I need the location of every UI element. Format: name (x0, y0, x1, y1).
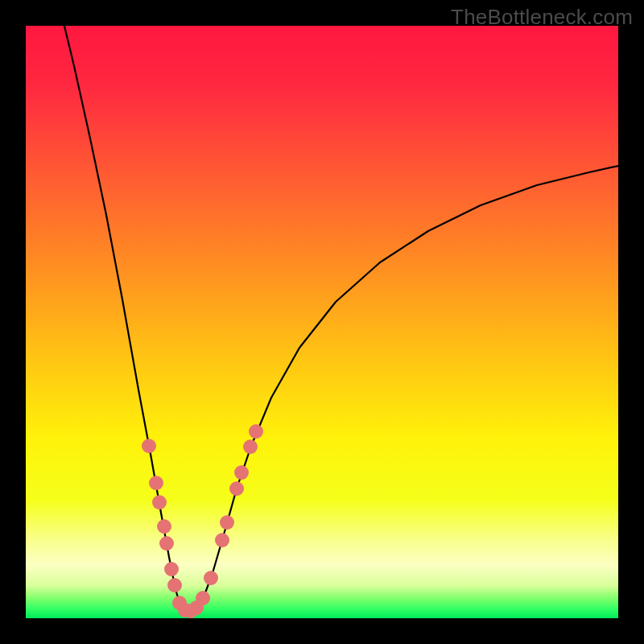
curve-marker (157, 519, 171, 534)
curve-marker (196, 591, 210, 605)
curve-marker (249, 424, 263, 439)
chart-frame: TheBottleneck.com (0, 0, 644, 644)
curve-marker (243, 440, 258, 454)
curve-marker (229, 481, 244, 496)
curve-marker (152, 495, 167, 510)
curve-marker (142, 439, 156, 453)
curve-marker (164, 562, 179, 576)
curve-marker (220, 515, 234, 530)
curve-svg (26, 26, 618, 618)
bottleneck-curve (62, 26, 618, 612)
curve-marker (167, 578, 182, 592)
curve-marker (234, 465, 249, 480)
curve-marker (159, 536, 174, 551)
curve-marker (149, 476, 163, 490)
plot-area (26, 26, 618, 618)
curve-marker (204, 571, 218, 585)
watermark-label: TheBottleneck.com (451, 5, 633, 30)
curve-marker (215, 533, 229, 547)
marker-group (142, 424, 263, 618)
